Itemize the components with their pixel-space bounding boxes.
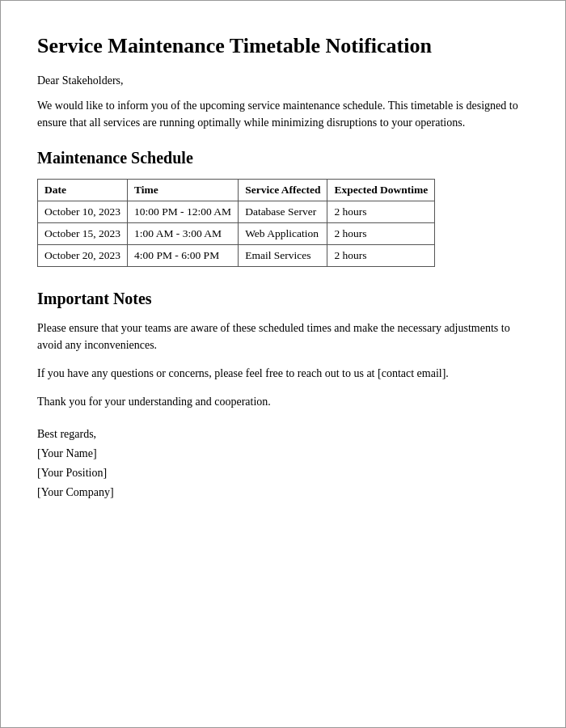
document-container: Service Maintenance Timetable Notificati… bbox=[0, 0, 566, 728]
col-header-service: Service Affected bbox=[239, 180, 327, 201]
table-cell-r0-c2: Database Server bbox=[239, 201, 327, 223]
note-paragraph-1: Please ensure that your teams are aware … bbox=[37, 320, 529, 353]
col-header-date: Date bbox=[38, 180, 128, 201]
table-row: October 20, 20234:00 PM - 6:00 PMEmail S… bbox=[38, 245, 435, 267]
note-paragraph-3: Thank you for your understanding and coo… bbox=[37, 393, 529, 410]
salutation: Dear Stakeholders, bbox=[37, 74, 529, 87]
table-cell-r1-c1: 1:00 AM - 3:00 AM bbox=[128, 223, 239, 245]
notes-paragraphs: Please ensure that your teams are aware … bbox=[37, 320, 529, 410]
signature-block: Best regards, [Your Name] [Your Position… bbox=[37, 425, 529, 502]
intro-paragraph: We would like to inform you of the upcom… bbox=[37, 97, 529, 131]
table-cell-r0-c3: 2 hours bbox=[327, 201, 435, 223]
table-cell-r1-c0: October 15, 2023 bbox=[38, 223, 128, 245]
table-cell-r1-c3: 2 hours bbox=[327, 223, 435, 245]
note-paragraph-2: If you have any questions or concerns, p… bbox=[37, 365, 529, 382]
signature-closing: Best regards, bbox=[37, 425, 529, 444]
signature-position: [Your Position] bbox=[37, 463, 529, 483]
maintenance-table: Date Time Service Affected Expected Down… bbox=[37, 179, 435, 267]
table-body: October 10, 202310:00 PM - 12:00 AMDatab… bbox=[38, 201, 435, 267]
signature-name: [Your Name] bbox=[37, 444, 529, 463]
table-cell-r2-c1: 4:00 PM - 6:00 PM bbox=[128, 245, 239, 267]
document-title: Service Maintenance Timetable Notificati… bbox=[37, 33, 529, 58]
maintenance-section-heading: Maintenance Schedule bbox=[37, 149, 529, 167]
table-cell-r0-c0: October 10, 2023 bbox=[38, 201, 128, 223]
col-header-time: Time bbox=[128, 180, 239, 201]
table-row: October 15, 20231:00 AM - 3:00 AMWeb App… bbox=[38, 223, 435, 245]
table-cell-r2-c0: October 20, 2023 bbox=[38, 245, 128, 267]
table-row: October 10, 202310:00 PM - 12:00 AMDatab… bbox=[38, 201, 435, 223]
table-cell-r1-c2: Web Application bbox=[239, 223, 327, 245]
notes-section-heading: Important Notes bbox=[37, 290, 529, 308]
table-cell-r2-c3: 2 hours bbox=[327, 245, 435, 267]
table-header-row: Date Time Service Affected Expected Down… bbox=[38, 180, 435, 201]
table-cell-r0-c1: 10:00 PM - 12:00 AM bbox=[128, 201, 239, 223]
col-header-downtime: Expected Downtime bbox=[327, 180, 435, 201]
signature-company: [Your Company] bbox=[37, 483, 529, 502]
table-cell-r2-c2: Email Services bbox=[239, 245, 327, 267]
